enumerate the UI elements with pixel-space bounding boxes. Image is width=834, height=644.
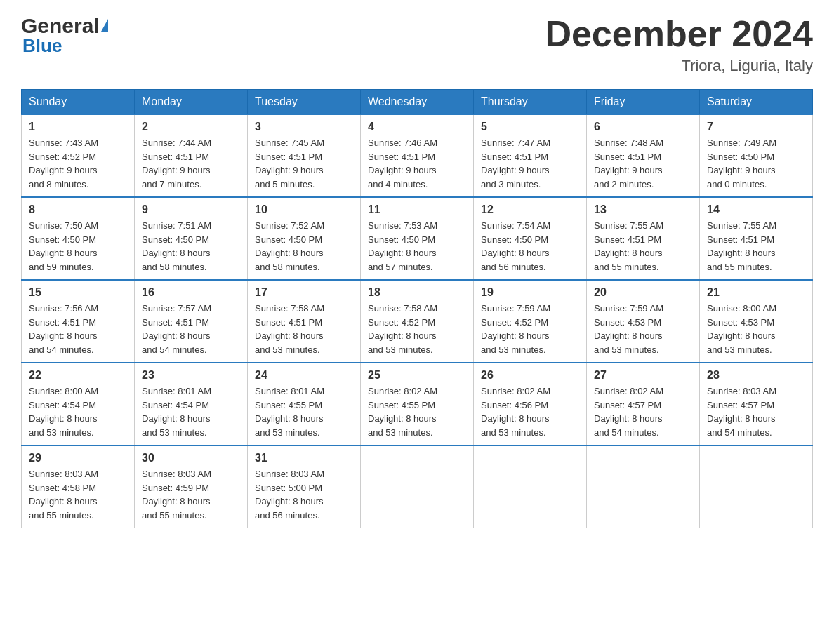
day-number: 2 <box>142 121 240 133</box>
day-cell: 19 Sunrise: 7:59 AMSunset: 4:52 PMDaylig… <box>474 280 587 363</box>
week-row-3: 15 Sunrise: 7:56 AMSunset: 4:51 PMDaylig… <box>22 280 813 363</box>
col-header-monday: Monday <box>135 90 248 115</box>
day-cell: 6 Sunrise: 7:48 AMSunset: 4:51 PMDayligh… <box>587 114 700 197</box>
day-cell: 27 Sunrise: 8:02 AMSunset: 4:57 PMDaylig… <box>587 363 700 445</box>
day-cell: 26 Sunrise: 8:02 AMSunset: 4:56 PMDaylig… <box>474 363 587 445</box>
week-row-5: 29 Sunrise: 8:03 AMSunset: 4:58 PMDaylig… <box>22 445 813 528</box>
day-cell: 4 Sunrise: 7:46 AMSunset: 4:51 PMDayligh… <box>361 114 474 197</box>
day-number: 3 <box>255 121 353 133</box>
day-cell <box>587 445 700 528</box>
day-cell: 20 Sunrise: 7:59 AMSunset: 4:53 PMDaylig… <box>587 280 700 363</box>
week-row-2: 8 Sunrise: 7:50 AMSunset: 4:50 PMDayligh… <box>22 197 813 280</box>
day-cell: 15 Sunrise: 7:56 AMSunset: 4:51 PMDaylig… <box>22 280 135 363</box>
day-cell: 9 Sunrise: 7:51 AMSunset: 4:50 PMDayligh… <box>135 197 248 280</box>
day-number: 18 <box>368 286 466 299</box>
day-info: Sunrise: 7:46 AMSunset: 4:51 PMDaylight:… <box>368 136 466 191</box>
day-cell: 10 Sunrise: 7:52 AMSunset: 4:50 PMDaylig… <box>248 197 361 280</box>
day-number: 13 <box>594 203 692 216</box>
day-info: Sunrise: 7:58 AMSunset: 4:51 PMDaylight:… <box>255 302 353 356</box>
page-header: General Blue December 2024 Triora, Ligur… <box>21 14 813 75</box>
day-cell: 14 Sunrise: 7:55 AMSunset: 4:51 PMDaylig… <box>700 197 813 280</box>
day-number: 19 <box>481 286 579 299</box>
day-cell: 22 Sunrise: 8:00 AMSunset: 4:54 PMDaylig… <box>22 363 135 445</box>
day-info: Sunrise: 8:02 AMSunset: 4:55 PMDaylight:… <box>368 384 466 439</box>
day-cell: 8 Sunrise: 7:50 AMSunset: 4:50 PMDayligh… <box>22 197 135 280</box>
day-info: Sunrise: 7:52 AMSunset: 4:50 PMDaylight:… <box>255 219 353 274</box>
day-cell: 16 Sunrise: 7:57 AMSunset: 4:51 PMDaylig… <box>135 280 248 363</box>
day-cell: 31 Sunrise: 8:03 AMSunset: 5:00 PMDaylig… <box>248 445 361 528</box>
day-number: 31 <box>255 452 353 464</box>
day-number: 11 <box>368 203 466 216</box>
day-info: Sunrise: 7:43 AMSunset: 4:52 PMDaylight:… <box>29 136 127 191</box>
day-number: 28 <box>707 369 805 382</box>
col-header-sunday: Sunday <box>22 90 135 115</box>
day-cell: 7 Sunrise: 7:49 AMSunset: 4:50 PMDayligh… <box>700 114 813 197</box>
day-number: 6 <box>594 121 692 133</box>
logo-general-text: General <box>21 14 100 38</box>
day-info: Sunrise: 7:53 AMSunset: 4:50 PMDaylight:… <box>368 219 466 274</box>
day-number: 24 <box>255 369 353 382</box>
day-cell: 11 Sunrise: 7:53 AMSunset: 4:50 PMDaylig… <box>361 197 474 280</box>
logo-blue-text: Blue <box>22 35 62 57</box>
day-cell: 29 Sunrise: 8:03 AMSunset: 4:58 PMDaylig… <box>22 445 135 528</box>
day-cell: 30 Sunrise: 8:03 AMSunset: 4:59 PMDaylig… <box>135 445 248 528</box>
day-info: Sunrise: 7:55 AMSunset: 4:51 PMDaylight:… <box>707 219 805 274</box>
title-area: December 2024 Triora, Liguria, Italy <box>545 14 813 75</box>
day-number: 22 <box>29 369 127 382</box>
day-cell: 13 Sunrise: 7:55 AMSunset: 4:51 PMDaylig… <box>587 197 700 280</box>
day-info: Sunrise: 8:03 AMSunset: 4:57 PMDaylight:… <box>707 384 805 439</box>
day-cell <box>700 445 813 528</box>
week-row-4: 22 Sunrise: 8:00 AMSunset: 4:54 PMDaylig… <box>22 363 813 445</box>
day-cell: 21 Sunrise: 8:00 AMSunset: 4:53 PMDaylig… <box>700 280 813 363</box>
day-number: 23 <box>142 369 240 382</box>
day-number: 15 <box>29 286 127 299</box>
day-info: Sunrise: 7:54 AMSunset: 4:50 PMDaylight:… <box>481 219 579 274</box>
day-number: 14 <box>707 203 805 216</box>
day-cell: 18 Sunrise: 7:58 AMSunset: 4:52 PMDaylig… <box>361 280 474 363</box>
day-number: 12 <box>481 203 579 216</box>
day-info: Sunrise: 8:00 AMSunset: 4:54 PMDaylight:… <box>29 384 127 439</box>
day-number: 21 <box>707 286 805 299</box>
col-header-saturday: Saturday <box>700 90 813 115</box>
day-cell: 28 Sunrise: 8:03 AMSunset: 4:57 PMDaylig… <box>700 363 813 445</box>
day-info: Sunrise: 8:03 AMSunset: 4:58 PMDaylight:… <box>29 467 127 522</box>
day-number: 27 <box>594 369 692 382</box>
day-info: Sunrise: 7:47 AMSunset: 4:51 PMDaylight:… <box>481 136 579 191</box>
logo: General Blue <box>21 14 108 57</box>
calendar-table: SundayMondayTuesdayWednesdayThursdayFrid… <box>21 89 813 528</box>
location-text: Triora, Liguria, Italy <box>545 57 813 75</box>
day-info: Sunrise: 7:59 AMSunset: 4:52 PMDaylight:… <box>481 302 579 356</box>
day-info: Sunrise: 7:57 AMSunset: 4:51 PMDaylight:… <box>142 302 240 356</box>
day-number: 25 <box>368 369 466 382</box>
day-number: 20 <box>594 286 692 299</box>
day-cell: 2 Sunrise: 7:44 AMSunset: 4:51 PMDayligh… <box>135 114 248 197</box>
month-title: December 2024 <box>545 14 813 54</box>
day-number: 17 <box>255 286 353 299</box>
col-header-wednesday: Wednesday <box>361 90 474 115</box>
day-cell: 1 Sunrise: 7:43 AMSunset: 4:52 PMDayligh… <box>22 114 135 197</box>
day-number: 30 <box>142 452 240 464</box>
day-info: Sunrise: 8:02 AMSunset: 4:56 PMDaylight:… <box>481 384 579 439</box>
day-number: 29 <box>29 452 127 464</box>
day-cell: 12 Sunrise: 7:54 AMSunset: 4:50 PMDaylig… <box>474 197 587 280</box>
day-cell: 17 Sunrise: 7:58 AMSunset: 4:51 PMDaylig… <box>248 280 361 363</box>
day-info: Sunrise: 8:03 AMSunset: 5:00 PMDaylight:… <box>255 467 353 522</box>
day-number: 5 <box>481 121 579 133</box>
day-info: Sunrise: 8:01 AMSunset: 4:54 PMDaylight:… <box>142 384 240 439</box>
col-header-thursday: Thursday <box>474 90 587 115</box>
logo-triangle-icon <box>101 19 108 32</box>
day-info: Sunrise: 7:56 AMSunset: 4:51 PMDaylight:… <box>29 302 127 356</box>
week-row-1: 1 Sunrise: 7:43 AMSunset: 4:52 PMDayligh… <box>22 114 813 197</box>
day-info: Sunrise: 7:45 AMSunset: 4:51 PMDaylight:… <box>255 136 353 191</box>
day-number: 9 <box>142 203 240 216</box>
day-info: Sunrise: 7:48 AMSunset: 4:51 PMDaylight:… <box>594 136 692 191</box>
calendar-header-row: SundayMondayTuesdayWednesdayThursdayFrid… <box>22 90 813 115</box>
day-info: Sunrise: 8:01 AMSunset: 4:55 PMDaylight:… <box>255 384 353 439</box>
day-info: Sunrise: 7:58 AMSunset: 4:52 PMDaylight:… <box>368 302 466 356</box>
day-cell: 3 Sunrise: 7:45 AMSunset: 4:51 PMDayligh… <box>248 114 361 197</box>
day-info: Sunrise: 8:03 AMSunset: 4:59 PMDaylight:… <box>142 467 240 522</box>
day-info: Sunrise: 7:55 AMSunset: 4:51 PMDaylight:… <box>594 219 692 274</box>
day-info: Sunrise: 7:49 AMSunset: 4:50 PMDaylight:… <box>707 136 805 191</box>
day-cell <box>474 445 587 528</box>
day-info: Sunrise: 8:00 AMSunset: 4:53 PMDaylight:… <box>707 302 805 356</box>
